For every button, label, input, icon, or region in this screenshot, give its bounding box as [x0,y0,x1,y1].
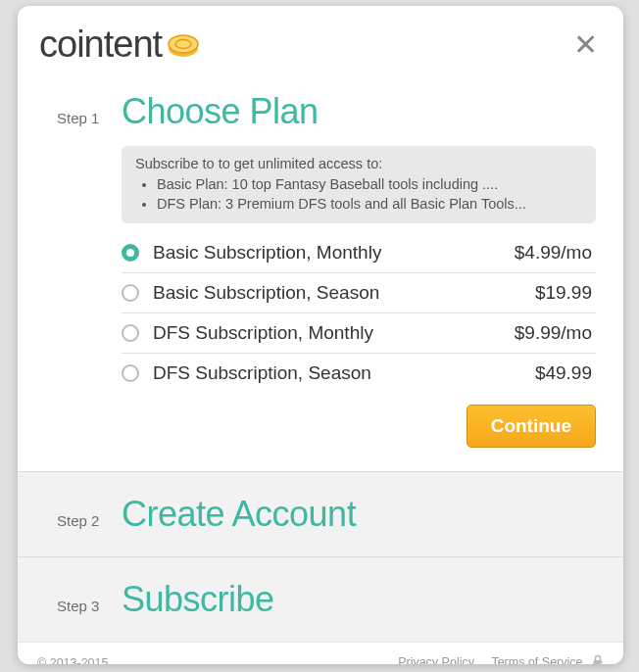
step-3-title: Subscribe [122,579,274,620]
plan-price: $49.99 [535,362,592,384]
lock-icon [592,654,604,664]
step-1-label: Step 1 [57,110,104,126]
plan-name: DFS Subscription, Monthly [153,322,515,344]
continue-button[interactable]: Continue [467,405,596,448]
svg-point-1 [169,35,198,53]
step-3-header: Step 3 Subscribe [57,579,596,620]
footer-links: Privacy Policy Terms of Service [384,654,604,664]
subscription-modal: cointent ✕ Step 1 Choose Plan Subscribe … [18,6,623,664]
radio-icon[interactable] [122,244,139,262]
privacy-link[interactable]: Privacy Policy [398,655,474,664]
step-1-title: Choose Plan [122,91,319,132]
plan-option-dfs-monthly[interactable]: DFS Subscription, Monthly $9.99/mo [122,313,596,354]
plan-list: Basic Subscription, Monthly $4.99/mo Bas… [122,233,596,393]
continue-wrap: Continue [122,405,596,448]
radio-icon[interactable] [122,284,139,302]
svg-rect-3 [594,660,603,664]
step-3-label: Step 3 [57,598,104,614]
plan-option-basic-monthly[interactable]: Basic Subscription, Monthly $4.99/mo [122,233,596,273]
plan-option-dfs-season[interactable]: DFS Subscription, Season $49.99 [122,354,596,393]
radio-icon[interactable] [122,324,139,342]
info-bullet: Basic Plan: 10 top Fantasy Baseball tool… [157,175,582,195]
terms-link[interactable]: Terms of Service [491,655,582,664]
info-list: Basic Plan: 10 top Fantasy Baseball tool… [157,175,582,214]
step-1-header: Step 1 Choose Plan [57,91,596,132]
step-2-label: Step 2 [57,512,104,529]
info-heading: Subscribe to to get unlimited access to: [135,156,582,171]
plan-price: $19.99 [535,282,592,304]
logo: cointent [39,24,201,66]
plan-name: Basic Subscription, Monthly [153,242,515,264]
plan-name: DFS Subscription, Season [153,362,535,384]
plan-name: Basic Subscription, Season [153,282,535,304]
radio-icon[interactable] [122,364,139,382]
info-box: Subscribe to to get unlimited access to:… [122,146,596,223]
step-2-header: Step 2 Create Account [57,494,596,535]
copyright-text: © 2013-2015 [37,656,108,664]
plan-price: $9.99/mo [515,322,592,344]
plan-price: $4.99/mo [515,242,592,264]
info-bullet: DFS Plan: 3 Premium DFS tools and all Ba… [157,195,582,215]
close-icon[interactable]: ✕ [569,30,602,60]
step-2-section[interactable]: Step 2 Create Account [18,471,623,556]
modal-header: cointent ✕ [18,6,623,77]
step-3-section[interactable]: Step 3 Subscribe [18,556,623,642]
logo-text: cointent [39,24,162,66]
plan-option-basic-season[interactable]: Basic Subscription, Season $19.99 [122,273,596,313]
step-1-section: Step 1 Choose Plan Subscribe to to get u… [18,77,623,471]
coin-icon [166,30,201,60]
step-2-title: Create Account [122,494,356,535]
modal-footer: © 2013-2015 Privacy Policy Terms of Serv… [18,642,623,664]
